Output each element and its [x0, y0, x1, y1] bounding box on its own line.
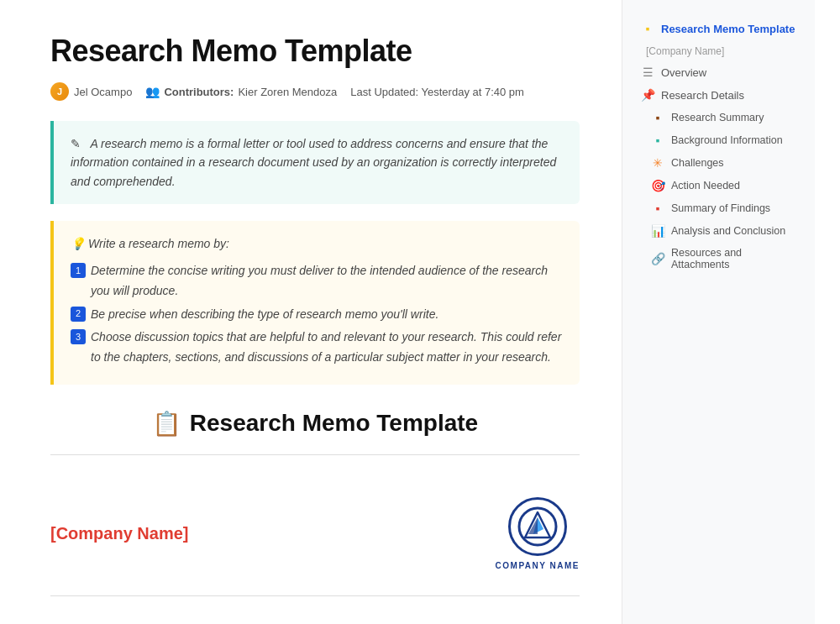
sidebar-label-background: Background Information — [671, 134, 783, 146]
sidebar-label-memo: Research Memo Template — [661, 23, 795, 35]
sidebar-label-research-summary: Research Summary — [671, 112, 764, 123]
logo-container: COMPANY NAME — [496, 497, 580, 570]
sidebar-label-challenges: Challenges — [671, 157, 724, 169]
sidebar-icon-overview: ☰ — [641, 66, 654, 79]
sidebar-item-summary-findings[interactable]: ▪ Summary of Findings — [627, 197, 810, 219]
sidebar-label-summary-findings: Summary of Findings — [671, 202, 770, 214]
sidebar-icon-background: ▪ — [651, 134, 664, 147]
logo-svg — [517, 506, 559, 548]
bottom-divider — [50, 595, 580, 596]
sidebar-label-research-details: Research Details — [661, 89, 744, 102]
sidebar-label-resources: Resources and Attachments — [671, 247, 796, 270]
page-title: Research Memo Template — [50, 34, 580, 69]
sidebar-icon-resources: 🔗 — [651, 252, 664, 265]
sidebar-label-analysis: Analysis and Conclusion — [671, 225, 785, 237]
avatar: J — [50, 82, 69, 101]
last-updated: Last Updated: Yesterday at 7:40 pm — [350, 86, 524, 98]
sidebar-icon-research-summary: ▪ — [651, 111, 664, 124]
step-1: 1 Determine the concise writing you must… — [71, 261, 563, 302]
step-2: 2 Be precise when describing the type of… — [71, 305, 563, 325]
contributors-icon: 👥 — [145, 85, 160, 98]
template-title: Research Memo Template — [190, 410, 478, 437]
step-3: 3 Choose discussion topics that are help… — [71, 328, 563, 368]
contributors-label: Contributors: — [164, 86, 234, 98]
sidebar-company-name: [Company Name] — [622, 40, 815, 60]
sidebar-icon-action: 🎯 — [651, 179, 664, 192]
sidebar-item-background-information[interactable]: ▪ Background Information — [627, 129, 810, 151]
sidebar-icon-analysis: 📊 — [651, 224, 664, 238]
sidebar-item-overview[interactable]: ☰ Overview — [627, 61, 810, 83]
callout-yellow: 💡 Write a research memo by: 1 Determine … — [50, 221, 580, 385]
author-info: J Jel Ocampo — [50, 82, 132, 101]
step-num-2: 2 — [71, 307, 86, 322]
logo-text: COMPANY NAME — [496, 561, 580, 570]
step-1-text: Determine the concise writing you must d… — [91, 261, 563, 302]
yellow-callout-icon: 💡 — [71, 237, 85, 250]
sidebar-icon-summary-findings: ▪ — [651, 202, 664, 215]
sidebar-icon-memo: ▪ — [641, 22, 654, 35]
sidebar-item-research-details[interactable]: 📌 Research Details — [627, 84, 810, 106]
sidebar-icon-research-details: 📌 — [641, 88, 654, 102]
step-3-text: Choose discussion topics that are helpfu… — [91, 328, 563, 368]
step-num-3: 3 — [71, 329, 86, 344]
company-logo — [508, 497, 567, 556]
sidebar-item-analysis-conclusion[interactable]: 📊 Analysis and Conclusion — [627, 220, 810, 242]
last-updated-value: Yesterday at 7:40 pm — [422, 86, 524, 98]
company-name-placeholder: [Company Name] — [50, 524, 188, 543]
top-divider — [50, 454, 580, 455]
author-name: Jel Ocampo — [74, 86, 132, 98]
sidebar-label-action: Action Needed — [671, 180, 740, 191]
meta-bar: J Jel Ocampo 👥 Contributors: Kier Zoren … — [50, 82, 580, 101]
sidebar-item-challenges[interactable]: ✳ Challenges — [627, 152, 810, 174]
sidebar-icon-challenges: ✳ — [651, 156, 664, 170]
teal-callout-text: A research memo is a formal letter or to… — [71, 137, 556, 188]
callout-teal: ✎ A research memo is a formal letter or … — [50, 121, 580, 204]
contributors-info: 👥 Contributors: Kier Zoren Mendoza — [145, 85, 337, 98]
company-section: [Company Name] COMPANY NAME — [50, 480, 580, 595]
sidebar-item-resources-attachments[interactable]: 🔗 Resources and Attachments — [627, 243, 810, 275]
yellow-callout-header: 💡 Write a research memo by: — [71, 234, 563, 254]
sidebar-label-overview: Overview — [661, 66, 706, 79]
template-heading: 📋 Research Memo Template — [50, 410, 580, 438]
teal-callout-icon: ✎ — [71, 137, 81, 150]
step-2-text: Be precise when describing the type of r… — [91, 305, 438, 325]
step-num-1: 1 — [71, 263, 86, 278]
sidebar-item-action-needed[interactable]: 🎯 Action Needed — [627, 175, 810, 197]
sidebar: ▪ Research Memo Template [Company Name] … — [622, 0, 815, 624]
sidebar-item-research-summary[interactable]: ▪ Research Summary — [627, 107, 810, 128]
main-content: Research Memo Template J Jel Ocampo 👥 Co… — [0, 0, 622, 624]
template-emoji: 📋 — [152, 410, 181, 438]
contributors-names: Kier Zoren Mendoza — [238, 86, 337, 98]
template-section: 📋 Research Memo Template [Company Name] — [50, 410, 580, 596]
sidebar-item-research-memo-template[interactable]: ▪ Research Memo Template — [627, 18, 810, 39]
